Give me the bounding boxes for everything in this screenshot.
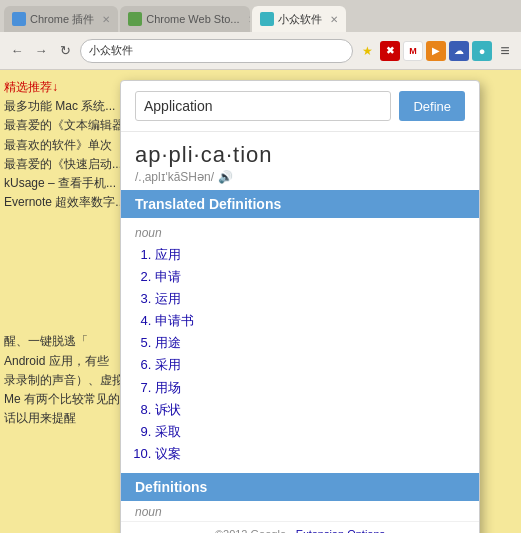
word-display-area: ap·pli·ca·tion /.ˌaplɪˈkāSHən/ 🔊 [121,132,479,190]
define-button[interactable]: Define [399,91,465,121]
popup-header: Define [121,81,479,132]
back-button[interactable]: ← [6,40,28,62]
list-item: 诉状 [155,399,465,421]
copyright-text: ©2012 Google - [215,528,296,533]
tab-3-label: 小众软件 [278,12,322,27]
pocket-icon[interactable]: ☁ [449,41,469,61]
definition-popup: Define ap·pli·ca·tion /.ˌaplɪˈkāSHən/ 🔊 … [120,80,480,533]
tab-3-close[interactable]: ✕ [330,14,338,25]
refresh-button[interactable]: ↻ [54,40,76,62]
plugin-icon[interactable]: ● [472,41,492,61]
forward-button[interactable]: → [30,40,52,62]
toolbar: ← → ↻ 小众软件 ★ ✖ M ▶ ☁ ● ≡ [0,32,521,70]
list-item: 运用 [155,288,465,310]
pronunciation: /.ˌaplɪˈkāSHən/ 🔊 [135,170,465,184]
list-item: 采取 [155,421,465,443]
list-item: 申请书 [155,310,465,332]
tab-1-label: Chrome 插件 [30,12,94,27]
tab-3[interactable]: 小众软件 ✕ [252,6,346,32]
pronunciation-text: /.ˌaplɪˈkāSHən/ [135,170,214,184]
page-content: 精选推荐↓ 最多功能 Mac 系统... 最喜爱的《文本编辑器 最喜欢的软件》单… [0,70,521,533]
translated-definitions-list: 应用 申请 运用 申请书 用途 采用 用场 诉状 采取 议案 [135,244,465,465]
tab-1-close[interactable]: ✕ [102,14,110,25]
tab-3-favicon [260,12,274,26]
chrome-menu-icon[interactable]: ≡ [495,41,515,61]
translated-definitions-area: noun 应用 申请 运用 申请书 用途 采用 用场 诉状 采取 议案 [121,218,479,473]
list-item: 申请 [155,266,465,288]
bookmark-star-icon[interactable]: ★ [357,41,377,61]
list-item: 用途 [155,332,465,354]
nav-buttons: ← → ↻ [6,40,76,62]
address-bar-area: 小众软件 [80,39,353,63]
bookmark-icons: ★ ✖ M ▶ ☁ ● ≡ [357,41,515,61]
tab-2-favicon [128,12,142,26]
word-syllabified: ap·pli·ca·tion [135,142,465,168]
popup-footer: ©2012 Google - Extension Options [121,521,479,533]
extension-options-link[interactable]: Extension Options [296,528,385,533]
definitions-pos-label: noun [121,501,479,521]
address-text: 小众软件 [89,43,133,58]
translated-pos-label: noun [135,226,465,240]
tab-2-label: Chrome Web Sto... [146,13,239,25]
definitions-header: Definitions [121,473,479,501]
tab-2[interactable]: Chrome Web Sto... ✕ [120,6,250,32]
tab-bar: Chrome 插件 ✕ Chrome Web Sto... ✕ 小众软件 ✕ [0,0,521,32]
tab-1-favicon [12,12,26,26]
extensions-icon[interactable]: ✖ [380,41,400,61]
address-bar[interactable]: 小众软件 [80,39,353,63]
word-input[interactable] [135,91,391,121]
tab-1[interactable]: Chrome 插件 ✕ [4,6,118,32]
list-item: 采用 [155,354,465,376]
tab-2-close[interactable]: ✕ [248,14,251,25]
feedly-icon[interactable]: ▶ [426,41,446,61]
gmail-icon[interactable]: M [403,41,423,61]
translated-definitions-header: Translated Definitions [121,190,479,218]
speaker-icon[interactable]: 🔊 [218,170,232,184]
list-item: 用场 [155,377,465,399]
list-item: 议案 [155,443,465,465]
list-item: 应用 [155,244,465,266]
